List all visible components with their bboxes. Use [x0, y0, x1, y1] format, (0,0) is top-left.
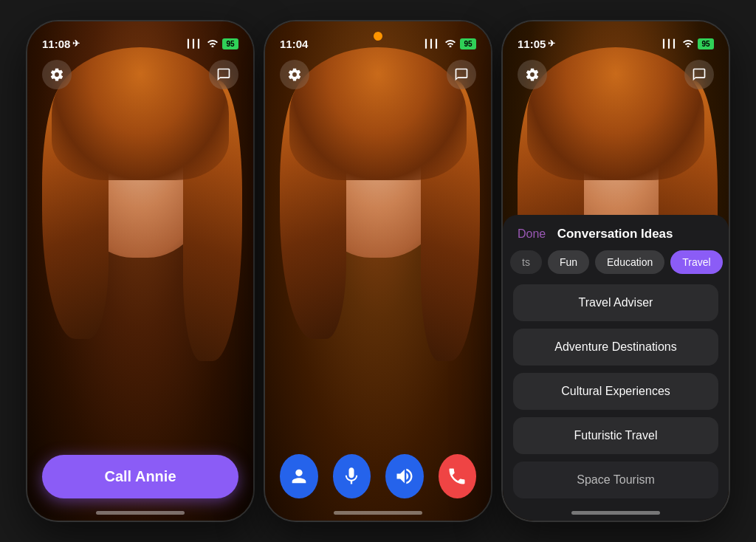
home-indicator-3 — [571, 511, 660, 515]
done-button[interactable]: Done — [518, 227, 546, 241]
orange-dot — [374, 32, 382, 41]
phone-1: 11:08 ✈ ▎▎▎ 95 — [26, 20, 255, 522]
wifi-icon-2 — [444, 38, 456, 49]
status-time-1: 11:08 ✈ — [42, 38, 80, 50]
phone-2: 11:04 ▎▎▎ 95 — [264, 20, 492, 522]
status-bar-1: 11:08 ✈ ▎▎▎ 95 — [27, 21, 253, 57]
screenshots-container: 11:08 ✈ ▎▎▎ 95 — [11, 5, 745, 537]
wifi-icon-3 — [682, 38, 694, 49]
gear-button-3[interactable] — [518, 60, 547, 89]
top-controls-1 — [27, 60, 253, 89]
signal-icon-2: ▎▎▎ — [425, 39, 441, 49]
battery-1: 95 — [222, 38, 238, 49]
chat-button-2[interactable] — [447, 60, 476, 89]
home-indicator-1 — [96, 511, 185, 515]
signal-icon-1: ▎▎▎ — [188, 39, 203, 49]
home-indicator-2 — [334, 511, 422, 515]
pill-ts[interactable]: ts — [510, 250, 542, 274]
chat-button-1[interactable] — [209, 60, 238, 89]
signal-icon-3: ▎▎▎ — [663, 39, 678, 49]
top-controls-3 — [503, 60, 729, 89]
gear-button-1[interactable] — [42, 60, 72, 89]
status-icons-3: ▎▎▎ 95 — [663, 38, 714, 49]
call-button-label: Call Annie — [104, 468, 176, 484]
phone-3: 11:05 ✈ ▎▎▎ 95 — [501, 20, 730, 522]
call-button[interactable]: Call Annie — [42, 455, 238, 498]
battery-3: 95 — [698, 38, 714, 49]
status-bar-3: 11:05 ✈ ▎▎▎ 95 — [503, 21, 729, 57]
action-buttons — [280, 454, 476, 498]
category-pills: ts Fun Education Travel Career — [503, 250, 729, 284]
phone-bottom-1: Call Annie — [27, 440, 253, 521]
person-button[interactable] — [280, 454, 318, 498]
battery-2: 95 — [460, 38, 476, 49]
pill-fun[interactable]: Fun — [548, 250, 589, 274]
menu-item-adventure-destinations[interactable]: Adventure Destinations — [513, 329, 718, 366]
menu-item-travel-adviser[interactable]: Travel Adviser — [513, 284, 718, 321]
pill-travel[interactable]: Travel — [670, 250, 722, 274]
mic-button[interactable] — [333, 454, 371, 498]
gear-button-2[interactable] — [280, 60, 309, 89]
bottom-sheet: Done Conversation Ideas ts Fun Education… — [503, 215, 729, 521]
speaker-button[interactable] — [385, 454, 424, 498]
status-icons-2: ▎▎▎ 95 — [425, 38, 476, 49]
phone-bottom-2 — [265, 439, 491, 521]
status-time-2: 11:04 — [280, 38, 308, 50]
menu-item-futuristic-travel[interactable]: Futuristic Travel — [513, 417, 718, 454]
status-icons-1: ▎▎▎ 95 — [188, 38, 238, 49]
end-call-button[interactable] — [439, 454, 477, 498]
menu-item-cultural-experiences[interactable]: Cultural Experiences — [513, 373, 718, 410]
wifi-icon-1 — [207, 38, 219, 49]
sheet-title: Conversation Ideas — [557, 227, 673, 241]
menu-items: Travel Adviser Adventure Destinations Cu… — [503, 284, 729, 498]
sheet-header: Done Conversation Ideas — [503, 215, 729, 250]
menu-item-space-tourism[interactable]: Space Tourism — [513, 462, 718, 498]
top-controls-2 — [265, 60, 491, 89]
chat-button-3[interactable] — [684, 60, 714, 89]
status-time-3: 11:05 ✈ — [518, 38, 555, 50]
pill-education[interactable]: Education — [595, 250, 664, 274]
